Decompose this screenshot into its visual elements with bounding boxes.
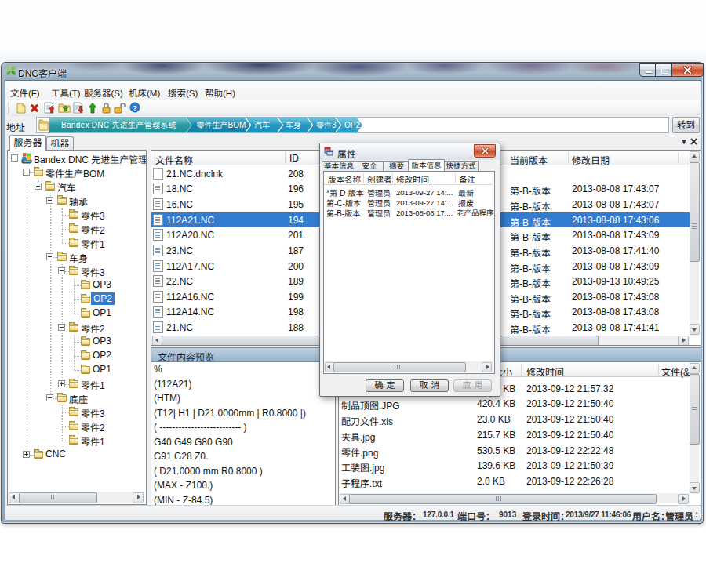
svg-text:?: ? — [133, 103, 137, 112]
